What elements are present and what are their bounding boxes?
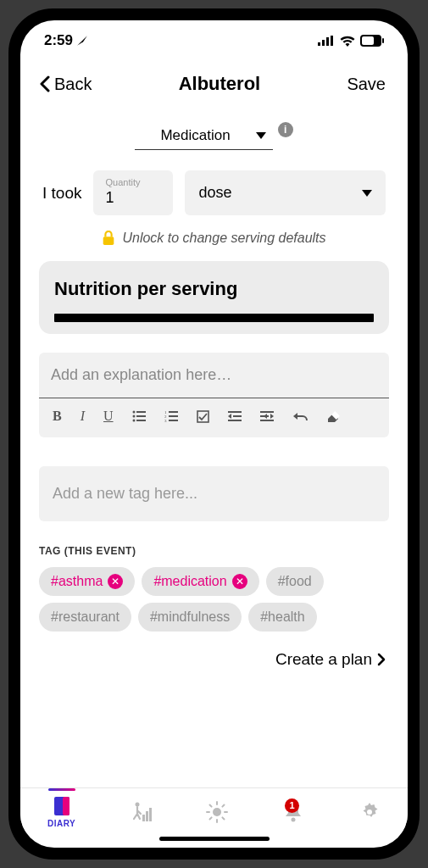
intake-prefix: I took <box>42 184 81 203</box>
create-plan-label: Create a plan <box>275 650 372 669</box>
svg-point-45 <box>367 810 372 815</box>
svg-point-35 <box>213 808 221 816</box>
quantity-input[interactable]: Quantity 1 <box>93 170 173 215</box>
svg-rect-2 <box>326 37 329 46</box>
tag-label: #restaurant <box>51 609 120 625</box>
tag-list: #asthma ✕ #medication ✕ #food #restauran… <box>39 567 389 632</box>
remove-tag-icon[interactable]: ✕ <box>232 574 247 589</box>
tab-settings[interactable] <box>359 801 381 823</box>
tag-restaurant[interactable]: #restaurant <box>39 603 131 632</box>
svg-text:3: 3 <box>164 419 167 422</box>
gear-icon <box>359 801 381 823</box>
quantity-label: Quantity <box>105 177 161 187</box>
category-select[interactable]: Medication <box>135 124 272 150</box>
tag-section-label: TAG (THIS EVENT) <box>39 545 389 557</box>
lock-icon <box>102 231 115 246</box>
caret-down-icon <box>362 190 372 197</box>
intake-row: I took Quantity 1 dose <box>39 170 389 215</box>
svg-rect-20 <box>169 420 178 421</box>
tag-label: #medication <box>153 574 226 589</box>
eraser-button[interactable] <box>325 409 342 424</box>
svg-rect-7 <box>382 38 384 43</box>
status-time: 2:59 <box>44 32 73 49</box>
svg-point-11 <box>132 415 135 418</box>
nutrition-bar <box>54 314 374 322</box>
remove-tag-icon[interactable]: ✕ <box>108 574 123 589</box>
tag-medication[interactable]: #medication ✕ <box>142 567 258 596</box>
home-indicator[interactable] <box>159 837 270 841</box>
outdent-button[interactable] <box>258 409 275 424</box>
chevron-right-icon <box>377 653 386 666</box>
tag-mindfulness[interactable]: #mindfulness <box>138 603 242 632</box>
tag-asthma[interactable]: #asthma ✕ <box>39 567 135 596</box>
category-value: Medication <box>160 127 230 144</box>
svg-line-43 <box>222 804 224 806</box>
indent-button[interactable] <box>226 409 243 424</box>
svg-rect-23 <box>233 415 242 417</box>
nutrition-title: Nutrition per serving <box>54 278 374 300</box>
tab-diary[interactable]: DIARY <box>47 795 75 828</box>
save-button[interactable]: Save <box>347 75 386 94</box>
svg-point-44 <box>292 817 296 821</box>
svg-point-13 <box>132 420 135 422</box>
svg-rect-18 <box>169 415 178 417</box>
svg-rect-8 <box>103 236 114 245</box>
unit-select[interactable]: dose <box>185 170 386 215</box>
quantity-value: 1 <box>105 189 161 207</box>
undo-button[interactable] <box>291 409 309 423</box>
svg-rect-24 <box>228 420 242 421</box>
battery-icon: 63 <box>360 35 384 47</box>
svg-point-31 <box>136 802 140 806</box>
tag-food[interactable]: #food <box>266 567 324 596</box>
nav-header: Back Albuterol Save <box>20 54 408 103</box>
svg-line-41 <box>222 817 224 819</box>
location-icon <box>76 35 88 47</box>
tab-diary-label: DIARY <box>47 819 75 828</box>
svg-rect-33 <box>146 811 148 821</box>
underline-button[interactable]: U <box>102 407 115 426</box>
svg-point-9 <box>132 411 135 414</box>
bold-button[interactable]: B <box>51 407 64 426</box>
tag-health[interactable]: #health <box>248 603 317 632</box>
svg-rect-26 <box>260 415 269 417</box>
signal-icon <box>318 36 335 46</box>
page-title: Albuterol <box>179 73 261 95</box>
checklist-button[interactable] <box>195 409 211 425</box>
tab-bar: DIARY 1 <box>20 787 408 832</box>
back-label: Back <box>54 75 92 94</box>
phone-screen: 2:59 63 <box>20 20 408 848</box>
svg-rect-16 <box>169 411 178 413</box>
rich-text-toolbar: B I U 123 <box>39 398 389 437</box>
info-icon[interactable]: i <box>278 122 293 137</box>
svg-rect-21 <box>197 411 208 422</box>
back-button[interactable]: Back <box>39 75 92 94</box>
svg-rect-25 <box>260 411 274 413</box>
svg-line-40 <box>210 804 212 806</box>
category-row: Medication i <box>39 124 389 150</box>
wifi-icon <box>340 36 355 47</box>
tag-input[interactable]: Add a new tag here... <box>39 466 389 521</box>
status-time-group: 2:59 <box>44 32 88 49</box>
bullet-list-button[interactable] <box>131 409 147 424</box>
numbered-list-button[interactable]: 123 <box>163 409 180 424</box>
chevron-left-icon <box>39 75 51 92</box>
svg-rect-12 <box>136 415 146 417</box>
create-plan-button[interactable]: Create a plan <box>39 650 389 676</box>
unlock-hint[interactable]: Unlock to change serving defaults <box>39 231 389 246</box>
tab-notifications[interactable]: 1 <box>282 801 304 823</box>
tag-label: #asthma <box>51 574 103 589</box>
tag-label: #mindfulness <box>150 609 230 625</box>
content-scroll[interactable]: Medication i I took Quantity 1 dose <box>20 103 408 787</box>
sun-icon <box>206 801 228 823</box>
svg-rect-30 <box>63 797 69 815</box>
caret-down-icon <box>256 132 266 139</box>
status-bar: 2:59 63 <box>20 20 408 54</box>
tab-activity[interactable] <box>130 801 152 823</box>
tab-weather[interactable] <box>206 801 228 823</box>
unlock-text: Unlock to change serving defaults <box>122 231 325 246</box>
svg-rect-0 <box>318 42 320 46</box>
svg-rect-32 <box>142 815 145 821</box>
italic-button[interactable]: I <box>79 407 86 426</box>
explanation-input[interactable]: Add an explanation here… <box>39 353 389 398</box>
tag-label: #food <box>278 574 312 589</box>
